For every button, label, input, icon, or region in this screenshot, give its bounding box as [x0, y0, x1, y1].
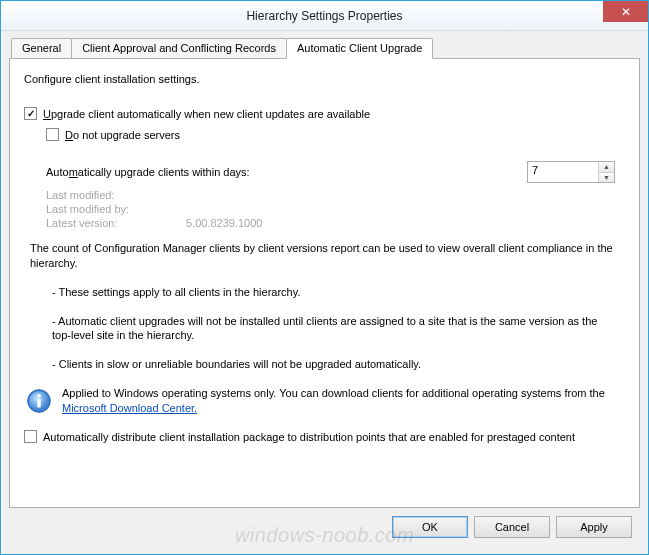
latest-version-value: 5.00.8239.1000 [186, 217, 262, 229]
days-value[interactable]: 7 [528, 162, 598, 182]
tab-client-approval[interactable]: Client Approval and Conflicting Records [71, 38, 287, 58]
dialog-window: Hierarchy Settings Properties ✕ General … [0, 0, 649, 555]
download-center-link[interactable]: Microsoft Download Center. [62, 402, 197, 414]
spinner-arrows: ▲ ▼ [598, 162, 614, 182]
svg-point-2 [37, 394, 41, 398]
info-row: Applied to Windows operating systems onl… [26, 386, 619, 416]
window-title: Hierarchy Settings Properties [1, 9, 648, 23]
tab-general[interactable]: General [11, 38, 72, 58]
close-icon: ✕ [621, 5, 631, 19]
ok-button[interactable]: OK [392, 516, 468, 538]
titlebar: Hierarchy Settings Properties ✕ [1, 1, 648, 31]
tab-automatic-client-upgrade[interactable]: Automatic Client Upgrade [286, 38, 433, 59]
button-row: OK Cancel Apply [9, 508, 640, 546]
bullet-item: - These settings apply to all clients in… [52, 285, 615, 300]
days-row: Automatically upgrade clients within day… [46, 161, 625, 183]
days-spinner[interactable]: 7 ▲ ▼ [527, 161, 615, 183]
no-servers-label: Do not upgrade servers [65, 129, 180, 141]
latest-version-label: Latest version: [46, 217, 186, 229]
spinner-down-icon[interactable]: ▼ [599, 172, 614, 183]
svg-rect-3 [37, 399, 41, 408]
compliance-note: The count of Configuration Manager clien… [30, 241, 619, 271]
close-button[interactable]: ✕ [603, 1, 648, 22]
spinner-up-icon[interactable]: ▲ [599, 162, 614, 172]
last-modified-label: Last modified: [46, 189, 186, 201]
apply-button[interactable]: Apply [556, 516, 632, 538]
upgrade-auto-label: Upgrade client automatically when new cl… [43, 108, 370, 120]
content-area: General Client Approval and Conflicting … [1, 31, 648, 554]
prestaged-row: Automatically distribute client installa… [24, 430, 625, 443]
tabstrip: General Client Approval and Conflicting … [11, 37, 640, 58]
no-servers-row: Do not upgrade servers [46, 128, 625, 141]
prestaged-checkbox[interactable] [24, 430, 37, 443]
meta-block: Last modified: Last modified by: Latest … [46, 189, 625, 229]
no-servers-checkbox[interactable] [46, 128, 59, 141]
upgrade-auto-checkbox[interactable] [24, 107, 37, 120]
bullet-list: - These settings apply to all clients in… [52, 285, 615, 372]
intro-text: Configure client installation settings. [24, 73, 625, 85]
cancel-button[interactable]: Cancel [474, 516, 550, 538]
prestaged-label: Automatically distribute client installa… [43, 431, 575, 443]
info-icon [26, 388, 52, 416]
bullet-item: - Automatic client upgrades will not be … [52, 314, 615, 344]
days-label: Automatically upgrade clients within day… [46, 166, 250, 178]
last-modified-by-label: Last modified by: [46, 203, 186, 215]
upgrade-auto-row: Upgrade client automatically when new cl… [24, 107, 625, 120]
info-text: Applied to Windows operating systems onl… [62, 386, 619, 416]
tab-panel: Configure client installation settings. … [9, 58, 640, 508]
bullet-item: - Clients in slow or unreliable boundari… [52, 357, 615, 372]
